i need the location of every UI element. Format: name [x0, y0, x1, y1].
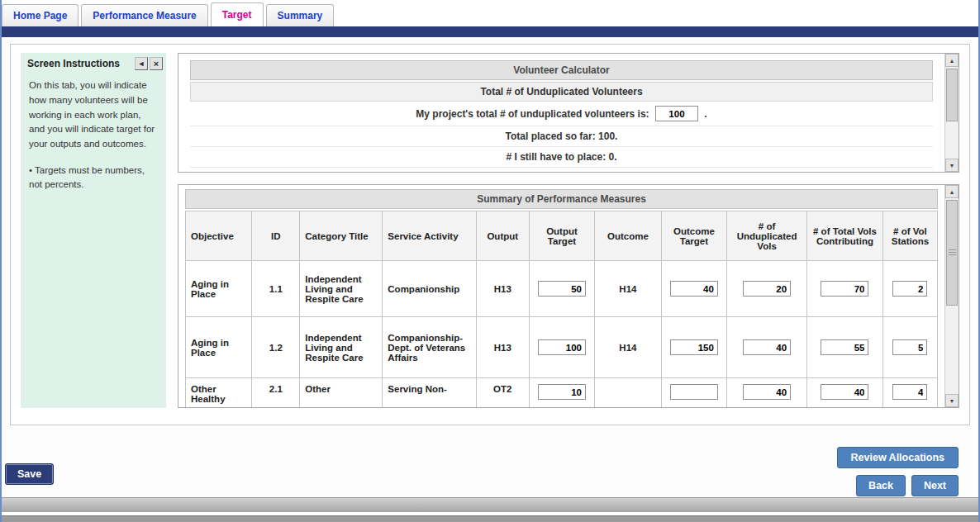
- calculator-scrollbar-track[interactable]: [945, 67, 959, 159]
- tab-performance-measure[interactable]: Performance Measure: [81, 4, 207, 26]
- col-objective: Objective: [186, 211, 252, 261]
- output-target-input[interactable]: [538, 281, 586, 297]
- unduplicated-volunteers-suffix: .: [704, 108, 706, 120]
- cell-id: 1.2: [252, 317, 300, 378]
- performance-measures-title: Summary of Performance Measures: [185, 189, 938, 209]
- tab-bar: Home Page Performance Measure Target Sum…: [2, 0, 978, 26]
- col-service-activity: Service Activity: [383, 211, 476, 261]
- unduplicated-volunteers-label: My project's total # of unduplicated vol…: [416, 108, 649, 120]
- content-panel: Screen Instructions ◄ × On this tab, you…: [10, 44, 970, 425]
- total-placed-text: Total placed so far: 100.: [190, 126, 933, 147]
- scrollbar-grip-icon: [949, 249, 956, 255]
- workspace: Screen Instructions ◄ × On this tab, you…: [2, 37, 978, 497]
- scroll-up-icon[interactable]: ▲: [945, 185, 959, 198]
- table-header-row: Objective ID Category Title Service Acti…: [186, 211, 938, 261]
- col-outcome: Outcome: [595, 211, 661, 261]
- col-output-target: Output Target: [529, 211, 594, 261]
- col-unduplicated-vols: # of Unduplicated Vols: [727, 211, 807, 261]
- tab-home-page-label: Home Page: [13, 10, 67, 21]
- screen-instructions-note: • Targets must be numbers, not percents.: [21, 159, 166, 197]
- table-scrollbar-track[interactable]: [945, 198, 959, 394]
- scroll-up-icon[interactable]: ▲: [945, 54, 959, 67]
- screen-instructions-title: Screen Instructions: [27, 58, 133, 69]
- table-scrollbar[interactable]: ▲ ▼: [944, 185, 959, 407]
- performance-measures-section: Summary of Performance Measures Objectiv…: [178, 184, 959, 408]
- screen-instructions-panel: Screen Instructions ◄ × On this tab, you…: [21, 53, 166, 408]
- col-total-vols: # of Total Vols Contributing: [807, 211, 883, 261]
- cell-outcome: H14: [595, 317, 661, 378]
- header-accent-bar: [2, 26, 978, 37]
- tab-home-page[interactable]: Home Page: [2, 4, 78, 26]
- cell-category: Other: [300, 378, 383, 408]
- output-target-input[interactable]: [538, 384, 586, 400]
- screen-instructions-body: On this tab, you will indicate how many …: [21, 72, 166, 159]
- close-icon[interactable]: ×: [150, 57, 163, 70]
- main-area: Volunteer Calculator Total # of Unduplic…: [178, 53, 959, 416]
- unduplicated-vols-input[interactable]: [743, 384, 791, 400]
- collapse-left-icon[interactable]: ◄: [135, 57, 148, 70]
- review-allocations-button[interactable]: Review Allocations: [837, 447, 959, 468]
- back-button[interactable]: Back: [856, 475, 906, 496]
- col-vol-stations: # of Vol Stations: [882, 211, 937, 261]
- tab-target[interactable]: Target: [211, 2, 264, 26]
- cell-objective: Aging in Place: [186, 317, 252, 378]
- output-target-input[interactable]: [538, 339, 586, 355]
- still-to-place-text: # I still have to place: 0.: [190, 147, 933, 168]
- outcome-target-input[interactable]: [670, 281, 718, 297]
- performance-measures-content: Summary of Performance Measures Objectiv…: [178, 185, 944, 407]
- tab-target-label: Target: [222, 9, 252, 21]
- calculator-scrollbar[interactable]: ▲ ▼: [944, 54, 959, 172]
- status-bar: [2, 497, 978, 512]
- cell-output: OT2: [476, 378, 529, 408]
- volunteer-calculator-title: Volunteer Calculator: [190, 60, 933, 80]
- cell-activity: Companionship-Dept. of Veterans Affairs: [383, 317, 476, 378]
- cell-id: 2.1: [252, 378, 300, 408]
- outcome-target-input[interactable]: [670, 384, 718, 400]
- vol-stations-input[interactable]: [892, 339, 927, 355]
- cell-id: 1.1: [252, 261, 300, 317]
- vol-stations-input[interactable]: [892, 281, 927, 297]
- col-id: ID: [252, 211, 300, 261]
- unduplicated-volunteers-input[interactable]: [655, 106, 698, 121]
- col-category-title: Category Title: [300, 211, 383, 261]
- tab-performance-measure-label: Performance Measure: [93, 10, 196, 21]
- volunteer-calculator-section: Volunteer Calculator Total # of Unduplic…: [178, 53, 959, 173]
- table-row: Aging in Place 1.2 Independent Living an…: [186, 317, 938, 378]
- unduplicated-volunteers-subtitle: Total # of Unduplicated Volunteers: [190, 82, 933, 102]
- cell-output: H13: [476, 261, 529, 317]
- cell-activity: Companionship: [383, 261, 476, 317]
- col-outcome-target: Outcome Target: [661, 211, 726, 261]
- table-scrollbar-thumb[interactable]: [946, 200, 958, 306]
- tab-summary-label: Summary: [278, 10, 323, 21]
- next-button[interactable]: Next: [911, 475, 959, 496]
- cell-objective: Aging in Place: [186, 261, 252, 317]
- window-bottom-edge: [2, 515, 978, 522]
- unduplicated-volunteers-row: My project's total # of unduplicated vol…: [190, 102, 933, 126]
- unduplicated-vols-input[interactable]: [743, 281, 791, 297]
- performance-measures-table: Objective ID Category Title Service Acti…: [185, 211, 938, 407]
- table-row: Aging in Place 1.1 Independent Living an…: [186, 261, 938, 317]
- scroll-down-icon[interactable]: ▼: [945, 159, 959, 172]
- col-output: Output: [476, 211, 529, 261]
- scroll-down-icon[interactable]: ▼: [945, 394, 959, 407]
- total-vols-input[interactable]: [821, 339, 868, 355]
- total-vols-input[interactable]: [821, 281, 868, 297]
- cell-outcome: [595, 378, 661, 408]
- calculator-scrollbar-thumb[interactable]: [946, 69, 958, 121]
- total-vols-input[interactable]: [821, 384, 868, 400]
- cell-outcome: H14: [595, 261, 661, 317]
- unduplicated-vols-input[interactable]: [743, 339, 791, 355]
- table-row: Other Healthy 2.1 Other Serving Non- OT2: [186, 378, 938, 408]
- cell-category: Independent Living and Respite Care: [300, 261, 383, 317]
- cell-output: H13: [476, 317, 529, 378]
- app-window: Home Page Performance Measure Target Sum…: [0, 0, 980, 522]
- volunteer-calculator-content: Volunteer Calculator Total # of Unduplic…: [178, 54, 944, 172]
- outcome-target-input[interactable]: [670, 339, 718, 355]
- vol-stations-input[interactable]: [892, 384, 927, 400]
- cell-objective: Other Healthy: [186, 378, 252, 408]
- cell-activity: Serving Non-: [383, 378, 476, 408]
- screen-instructions-header: Screen Instructions ◄ ×: [21, 53, 166, 72]
- tab-summary[interactable]: Summary: [266, 4, 335, 26]
- cell-category: Independent Living and Respite Care: [300, 317, 383, 378]
- save-button[interactable]: Save: [5, 463, 54, 485]
